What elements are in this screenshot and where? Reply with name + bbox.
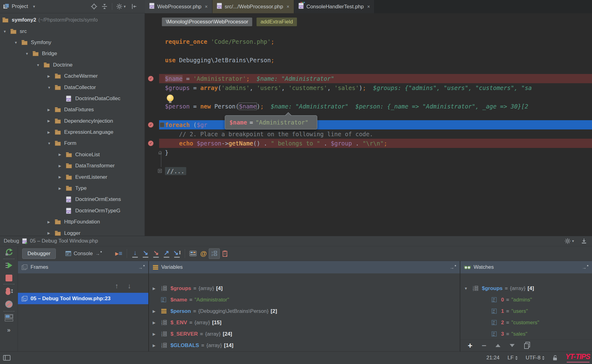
- expand-closed-icon[interactable]: ▶: [153, 309, 159, 313]
- frame-down-icon[interactable]: ↓: [128, 283, 131, 289]
- code-line[interactable]: }: [145, 148, 592, 157]
- evaluate-expression-icon[interactable]: [188, 249, 198, 259]
- encoding-selector[interactable]: UTF-8: [526, 355, 545, 361]
- variable-row[interactable]: ▶123$_ENV = {array} [15]: [149, 317, 460, 328]
- chevron-right-icon[interactable]: ▶: [47, 119, 55, 123]
- chevron-right-icon[interactable]: ▶: [47, 74, 55, 78]
- code-line[interactable]: //...: [145, 166, 592, 176]
- tab-console[interactable]: Console →: [60, 248, 107, 259]
- tree-item[interactable]: ▶EventListener: [0, 171, 145, 182]
- breakpoint-icon[interactable]: [148, 122, 154, 128]
- project-selector[interactable]: Project: [12, 3, 28, 10]
- chevron-down-icon[interactable]: ▼: [47, 141, 55, 145]
- pin-icon[interactable]: →: [582, 265, 588, 270]
- inline-values-icon[interactable]: 12: [209, 248, 220, 259]
- code-line[interactable]: // 2. Place a breakpoint on the followin…: [145, 129, 592, 139]
- copy-icon[interactable]: [524, 342, 531, 349]
- tree-item[interactable]: ▼src: [0, 26, 145, 37]
- editor-tab[interactable]: phpsrc/.../WebProcessor.php×: [212, 0, 294, 13]
- fold-plus-icon[interactable]: [158, 169, 162, 173]
- tree-item[interactable]: ▼Form: [0, 138, 145, 149]
- tree-item[interactable]: ▶HttpFoundation: [0, 216, 145, 227]
- close-icon[interactable]: ×: [286, 4, 289, 10]
- tree-item[interactable]: ▶DataFixtures: [0, 104, 145, 115]
- breakpoint-icon[interactable]: [148, 76, 154, 81]
- chevron-right-icon[interactable]: ▶: [59, 175, 66, 179]
- restore-layout-icon[interactable]: [5, 314, 13, 321]
- hide-panel-icon[interactable]: [131, 3, 137, 10]
- tree-item[interactable]: ▼Bridge: [0, 48, 145, 59]
- chevron-right-icon[interactable]: ▶: [59, 186, 66, 190]
- move-watch-down-button[interactable]: [510, 344, 515, 347]
- tree-item[interactable]: ▶DependencyInjection: [0, 116, 145, 127]
- pin-icon[interactable]: →: [138, 265, 145, 270]
- code-line[interactable]: echo $person->getName() . " belongs to "…: [145, 139, 592, 148]
- code-line[interactable]: $groups = array('admins', 'users', 'cust…: [145, 83, 592, 92]
- variable-row[interactable]: ▶$person = {Debugging\JetBrains\Person} …: [149, 305, 460, 317]
- locate-icon[interactable]: [91, 3, 97, 10]
- breadcrumb-method[interactable]: addExtraField: [257, 18, 297, 26]
- expand-closed-icon[interactable]: ▶: [153, 321, 159, 325]
- chevron-down-icon[interactable]: ▼: [14, 41, 22, 44]
- tree-item[interactable]: symfony2(~/PhpstormProjects/symfo: [0, 14, 145, 26]
- editor-tab[interactable]: phpWebProcessor.php×: [145, 0, 212, 13]
- chevron-down-icon[interactable]: ▼: [47, 86, 55, 89]
- move-watch-up-button[interactable]: [495, 344, 500, 347]
- close-icon[interactable]: ×: [205, 4, 208, 10]
- tree-item[interactable]: ▼DataCollector: [0, 82, 145, 93]
- tab-debugger[interactable]: Debugger: [22, 248, 56, 259]
- tree-item[interactable]: ▶Type: [0, 183, 145, 194]
- tree-item[interactable]: ▼Doctrine: [0, 59, 145, 71]
- tree-item[interactable]: ▶ChoiceList: [0, 149, 145, 160]
- tree-item[interactable]: phpDoctrineOrmTypeG: [0, 205, 145, 216]
- code-area[interactable]: require_once 'Code/Person.php';use Debug…: [145, 28, 592, 236]
- show-execution-point-icon[interactable]: ▶≡: [114, 249, 124, 259]
- chevron-right-icon[interactable]: ▶: [47, 130, 55, 134]
- tree-item[interactable]: phpDoctrineOrmExtens: [0, 194, 145, 205]
- rerun-icon[interactable]: [5, 248, 13, 256]
- more-options-icon[interactable]: »: [7, 326, 10, 333]
- breadcrumb-class[interactable]: \Monolog\Processor\WebProcessor: [162, 18, 252, 26]
- chevron-down-icon[interactable]: ▼: [25, 52, 33, 55]
- jump-to-output-icon[interactable]: →: [95, 251, 102, 256]
- code-line[interactable]: [145, 65, 592, 74]
- mute-breakpoints-icon[interactable]: [5, 300, 13, 309]
- code-line[interactable]: require_once 'Code/Person.php';: [145, 37, 592, 46]
- variable-row[interactable]: ▶123$_SERVER = {array} [24]: [149, 328, 460, 340]
- expand-closed-icon[interactable]: ▶: [153, 286, 159, 291]
- variable-row[interactable]: 10012 = "customers": [460, 317, 592, 328]
- code-line[interactable]: $name = 'Administrator'; $name: "Adminis…: [145, 74, 592, 83]
- expand-closed-icon[interactable]: ▶: [153, 343, 159, 348]
- code-editor[interactable]: \Monolog\Processor\WebProcessor addExtra…: [145, 13, 592, 236]
- chevron-down-icon[interactable]: ▼: [3, 30, 10, 33]
- tree-item[interactable]: ▶DataTransformer: [0, 160, 145, 171]
- frame-up-icon[interactable]: ↑: [115, 283, 118, 289]
- pin-icon[interactable]: →: [450, 265, 456, 270]
- chevron-right-icon[interactable]: ▶: [47, 220, 55, 224]
- step-over-icon[interactable]: ↓: [130, 249, 140, 259]
- tree-item[interactable]: ▼Symfony: [0, 37, 145, 48]
- settings-gear-icon[interactable]: ▼: [565, 238, 575, 244]
- line-separator-selector[interactable]: LF: [508, 355, 518, 361]
- chevron-right-icon[interactable]: ▶: [59, 164, 66, 168]
- expand-open-icon[interactable]: ▼: [464, 286, 470, 291]
- code-line[interactable]: [145, 92, 592, 102]
- chevron-right-icon[interactable]: ▶: [47, 108, 55, 112]
- breakpoint-icon[interactable]: [148, 141, 154, 146]
- caret-position[interactable]: 21:24: [486, 355, 500, 361]
- settings-history-icon[interactable]: [220, 249, 230, 259]
- tree-item[interactable]: phpDoctrineDataCollec: [0, 93, 145, 104]
- run-to-cursor-icon[interactable]: ↘I: [172, 249, 182, 259]
- hide-window-icon[interactable]: [581, 238, 587, 244]
- variable-row[interactable]: ▶123$groups = {array} [4]: [149, 283, 460, 294]
- settings-gear-icon[interactable]: ▼: [117, 4, 126, 9]
- expand-closed-icon[interactable]: ▶: [153, 332, 159, 336]
- code-line[interactable]: foreach ($gr: [145, 120, 592, 129]
- variable-row[interactable]: 10010 = "admins": [460, 294, 592, 305]
- chevron-down-icon[interactable]: ▼: [32, 5, 36, 8]
- variable-row[interactable]: 10011 = "users": [460, 305, 592, 317]
- remove-watch-button[interactable]: −: [482, 342, 486, 350]
- stop-icon[interactable]: [6, 275, 12, 281]
- lock-icon[interactable]: [553, 355, 557, 361]
- variable-row[interactable]: ▼123$groups = {array} [4]: [460, 283, 592, 294]
